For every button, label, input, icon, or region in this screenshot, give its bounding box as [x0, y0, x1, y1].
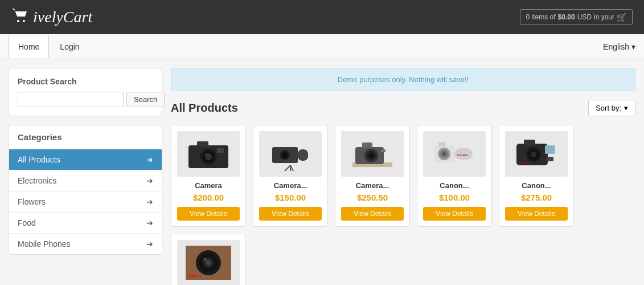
cart-total: $0.00 — [558, 13, 575, 21]
svg-rect-8 — [217, 148, 224, 153]
product-price: $150.00 — [259, 193, 322, 202]
view-details-button[interactable]: View Details — [423, 207, 486, 221]
language-selector[interactable]: English ▾ — [603, 42, 635, 51]
category-label: All Products — [18, 155, 60, 164]
svg-point-7 — [205, 153, 207, 156]
product-price: $100.00 — [423, 193, 486, 202]
svg-rect-10 — [298, 149, 308, 161]
sidebar: Product Search Search Categories All Pro… — [9, 68, 162, 285]
arrow-icon: ➔ — [146, 197, 153, 206]
product-card: Camera... $150.00 View Details — [253, 125, 328, 227]
sort-button[interactable]: Sort by: ▾ — [588, 100, 635, 116]
demo-message: Demo purposes only. Nothing will save!! — [338, 75, 469, 84]
svg-point-1 — [23, 20, 25, 22]
svg-rect-3 — [197, 141, 208, 147]
product-name: Canon... — [423, 181, 486, 190]
categories-title: Categories — [9, 125, 162, 149]
category-label: Flowers — [18, 197, 46, 206]
cart-suffix: in your — [594, 13, 614, 21]
search-row: Search — [18, 92, 153, 107]
language-label: English — [603, 42, 629, 51]
sort-chevron-icon: ▾ — [624, 104, 628, 112]
product-price: $250.50 — [341, 193, 404, 202]
svg-point-43 — [203, 258, 207, 261]
product-image — [177, 131, 240, 177]
sort-label: Sort by: — [596, 104, 621, 112]
svg-point-0 — [17, 20, 19, 22]
arrow-icon: ➔ — [146, 218, 153, 227]
product-card: Canon Canon... $100.00 View Details — [417, 125, 492, 227]
products-title: All Products — [171, 101, 238, 115]
cart-currency: USD — [577, 13, 592, 21]
category-flowers[interactable]: Flowers ➔ — [9, 191, 162, 212]
nav-home[interactable]: Home — [9, 35, 49, 58]
product-card: Camera... $250.50 View Details — [335, 125, 410, 227]
product-image — [259, 131, 322, 177]
svg-line-13 — [285, 165, 290, 171]
content-area: Demo purposes only. Nothing will save!! … — [171, 68, 635, 285]
svg-point-27 — [442, 152, 446, 156]
product-image: Canon — [177, 240, 240, 285]
chevron-down-icon: ▾ — [631, 42, 635, 51]
category-label: Food — [18, 218, 36, 227]
cart-icon: 🛒 — [617, 13, 626, 22]
products-header: All Products Sort by: ▾ — [171, 100, 635, 116]
product-price: $275.00 — [505, 193, 568, 202]
arrow-icon: ➔ — [146, 239, 153, 249]
category-all-products[interactable]: All Products ➔ — [9, 149, 162, 170]
svg-point-42 — [206, 260, 211, 266]
demo-banner: Demo purposes only. Nothing will save!! — [171, 68, 635, 91]
logo-text: ivelyCart — [33, 8, 92, 26]
category-electronics[interactable]: Electronics ➔ — [9, 170, 162, 191]
svg-rect-28 — [438, 142, 445, 146]
product-image — [341, 131, 404, 177]
arrow-icon: ➔ — [146, 176, 153, 185]
product-card: Canon Canon... $300.00 View Details — [171, 234, 246, 285]
product-card: Camera $200.00 View Details — [171, 125, 246, 227]
cart-item-count: 0 items of — [526, 13, 556, 21]
view-details-button[interactable]: View Details — [341, 207, 404, 221]
category-label: Mobile Phones — [18, 239, 71, 249]
svg-rect-22 — [381, 149, 385, 152]
product-image: Canon — [423, 131, 486, 177]
search-input[interactable] — [18, 92, 124, 107]
product-name: Canon... — [505, 181, 568, 190]
cart-summary[interactable]: 0 items of $0.00 USD in your 🛒 — [520, 9, 633, 25]
product-name: Camera... — [259, 181, 322, 190]
svg-text:Canon: Canon — [518, 161, 527, 165]
product-image: Canon — [505, 131, 568, 177]
search-box: Product Search Search — [9, 68, 162, 116]
svg-text:Canon: Canon — [457, 153, 468, 157]
view-details-button[interactable]: View Details — [177, 207, 240, 221]
view-details-button[interactable]: View Details — [505, 207, 568, 221]
navbar: Home Login English ▾ — [0, 34, 644, 59]
header: ivelyCart 0 items of $0.00 USD in your 🛒 — [0, 0, 644, 34]
categories-box: Categories All Products ➔ Electronics ➔ … — [9, 125, 162, 255]
arrow-icon: ➔ — [146, 155, 153, 164]
svg-point-34 — [531, 152, 536, 157]
view-details-button[interactable]: View Details — [259, 207, 322, 221]
nav-links: Home Login — [9, 35, 91, 58]
product-card: Canon Canon... $275.00 View Details — [499, 125, 574, 227]
cart-logo-icon — [11, 8, 28, 26]
svg-rect-35 — [545, 145, 555, 154]
product-name: Camera — [177, 181, 240, 190]
svg-rect-31 — [524, 140, 535, 145]
nav-login[interactable]: Login — [50, 35, 89, 58]
svg-point-21 — [369, 153, 374, 158]
category-label: Electronics — [18, 176, 56, 185]
svg-rect-18 — [362, 142, 372, 148]
logo: ivelyCart — [11, 8, 92, 26]
main-container: Product Search Search Categories All Pro… — [0, 59, 644, 285]
svg-text:Canon: Canon — [188, 274, 201, 278]
product-name: Camera... — [341, 181, 404, 190]
search-button[interactable]: Search — [126, 92, 165, 107]
search-label: Product Search — [18, 77, 153, 86]
products-grid: Camera $200.00 View Details — [171, 125, 635, 285]
product-price: $200.00 — [177, 193, 240, 202]
svg-point-12 — [281, 152, 288, 158]
category-mobile-phones[interactable]: Mobile Phones ➔ — [9, 233, 162, 254]
category-food[interactable]: Food ➔ — [9, 212, 162, 233]
svg-rect-36 — [547, 157, 553, 161]
